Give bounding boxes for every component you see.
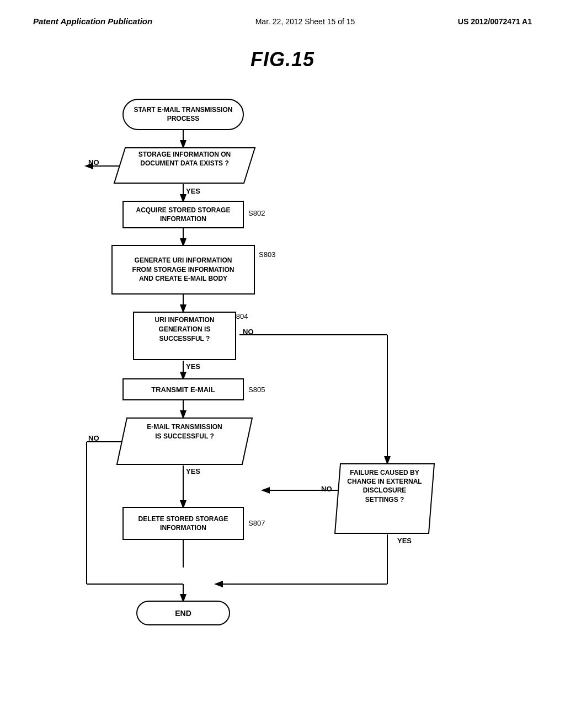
s802-label-text: ACQUIRE STORED STORAGE INFORMATION (136, 206, 231, 223)
s806-shape: E-MAIL TRANSMISSIONIS SUCCESSFUL ? (111, 417, 258, 465)
header-center: Mar. 22, 2012 Sheet 15 of 15 (255, 17, 355, 26)
s805-shape: TRANSMIT E-MAIL (122, 378, 244, 400)
s803-shape: GENERATE URI INFORMATION FROM STORAGE IN… (111, 245, 255, 295)
s806-no-label: NO (88, 434, 99, 442)
s804-yes-label: YES (186, 362, 200, 371)
s805-label-text: TRANSMIT E-MAIL (151, 386, 215, 394)
s1501-shape: FAILURE CAUSED BYCHANGE IN EXTERNALDISCL… (327, 463, 443, 534)
s806-yes-label: YES (186, 467, 200, 475)
s801-yes-label: YES (186, 187, 200, 195)
page: Patent Application Publication Mar. 22, … (0, 0, 565, 728)
s802-shape: ACQUIRE STORED STORAGE INFORMATION (122, 201, 244, 228)
s803-label-text: GENERATE URI INFORMATION FROM STORAGE IN… (132, 256, 234, 283)
s1501-no-label: NO (321, 485, 332, 493)
s807-step-label: S807 (248, 519, 265, 527)
s801-no-label: NO (88, 158, 99, 167)
s1501-yes-label: YES (397, 537, 412, 545)
end-shape: END (136, 601, 230, 625)
s802-step-label: S802 (248, 209, 265, 217)
s805-step-label: S805 (248, 386, 265, 394)
s804-no-label: NO (243, 328, 254, 336)
s804-shape: URI INFORMATIONGENERATION ISSUCCESSFUL ? (117, 311, 252, 361)
header: Patent Application Publication Mar. 22, … (0, 0, 565, 31)
flowchart: START E-MAIL TRANSMISSION PROCESS S801 S… (45, 88, 520, 683)
header-right: US 2012/0072471 A1 (458, 17, 532, 26)
start-shape: START E-MAIL TRANSMISSION PROCESS (122, 99, 244, 130)
header-left: Patent Application Publication (33, 17, 152, 26)
s803-step-label: S803 (259, 250, 275, 259)
start-label: START E-MAIL TRANSMISSION PROCESS (134, 106, 233, 123)
figure-title: FIG.15 (0, 48, 565, 71)
s801-shape: STORAGE INFORMATION ONDOCUMENT DATA EXIS… (109, 147, 260, 184)
s807-shape: DELETE STORED STORAGE INFORMATION (122, 507, 244, 540)
end-label: END (175, 609, 191, 618)
s807-label-text: DELETE STORED STORAGE INFORMATION (138, 515, 228, 532)
